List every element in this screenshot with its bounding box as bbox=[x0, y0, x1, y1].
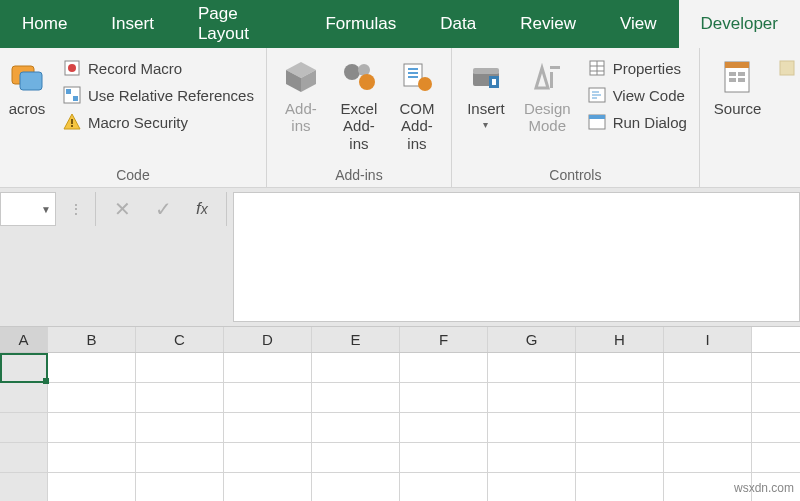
enter-formula-button[interactable]: ✓ bbox=[155, 197, 172, 221]
svg-point-15 bbox=[359, 74, 375, 90]
cell[interactable] bbox=[488, 473, 576, 501]
tab-data[interactable]: Data bbox=[418, 0, 498, 48]
cell[interactable] bbox=[0, 383, 48, 412]
run-dialog-button[interactable]: Run Dialog bbox=[583, 110, 691, 134]
excel-addins-button[interactable]: Excel Add-ins bbox=[333, 54, 385, 152]
cell[interactable] bbox=[664, 353, 752, 382]
svg-rect-25 bbox=[492, 79, 496, 85]
cell[interactable] bbox=[136, 443, 224, 472]
cell[interactable] bbox=[576, 443, 664, 472]
design-mode-button[interactable]: Design Mode bbox=[518, 54, 577, 135]
addins-button[interactable]: Add- ins bbox=[275, 54, 327, 135]
visual-basic-button[interactable]: acros bbox=[8, 54, 52, 117]
cell[interactable] bbox=[576, 413, 664, 442]
cell[interactable] bbox=[224, 473, 312, 501]
column-header-E[interactable]: E bbox=[312, 327, 400, 352]
cell[interactable] bbox=[576, 383, 664, 412]
macro-security-icon bbox=[62, 112, 82, 132]
cell[interactable] bbox=[664, 443, 752, 472]
column-header-I[interactable]: I bbox=[664, 327, 752, 352]
cell[interactable] bbox=[312, 353, 400, 382]
insert-function-button[interactable]: fx bbox=[196, 199, 208, 219]
column-header-G[interactable]: G bbox=[488, 327, 576, 352]
cell[interactable] bbox=[48, 413, 136, 442]
cell[interactable] bbox=[400, 413, 488, 442]
cell[interactable] bbox=[48, 443, 136, 472]
cell[interactable] bbox=[224, 353, 312, 382]
spreadsheet-grid: A B C D E F G H I bbox=[0, 327, 800, 501]
cell[interactable] bbox=[400, 443, 488, 472]
column-header-H[interactable]: H bbox=[576, 327, 664, 352]
tab-formulas[interactable]: Formulas bbox=[303, 0, 418, 48]
table-row bbox=[0, 353, 800, 383]
view-code-button[interactable]: View Code bbox=[583, 83, 691, 107]
tab-insert[interactable]: Insert bbox=[89, 0, 176, 48]
com-addins-button[interactable]: COM Add-ins bbox=[391, 54, 443, 152]
design-mode-label: Design Mode bbox=[524, 100, 571, 135]
relative-references-icon bbox=[62, 85, 82, 105]
use-relative-references-button[interactable]: Use Relative References bbox=[58, 83, 258, 107]
svg-rect-8 bbox=[71, 119, 73, 124]
tab-developer[interactable]: Developer bbox=[679, 0, 801, 48]
cell[interactable] bbox=[0, 413, 48, 442]
com-addins-label: COM Add-ins bbox=[397, 100, 437, 152]
macro-security-label: Macro Security bbox=[88, 114, 188, 131]
cell[interactable] bbox=[224, 413, 312, 442]
cell[interactable] bbox=[312, 413, 400, 442]
insert-control-button[interactable]: Insert ▾ bbox=[460, 54, 512, 131]
run-dialog-label: Run Dialog bbox=[613, 114, 687, 131]
tab-home[interactable]: Home bbox=[0, 0, 89, 48]
tab-view[interactable]: View bbox=[598, 0, 679, 48]
cell[interactable] bbox=[0, 473, 48, 501]
cell[interactable] bbox=[48, 383, 136, 412]
cell[interactable] bbox=[400, 473, 488, 501]
cell[interactable] bbox=[136, 413, 224, 442]
cell[interactable] bbox=[136, 383, 224, 412]
formula-buttons: ✕ ✓ fx bbox=[96, 192, 227, 226]
cell[interactable] bbox=[48, 473, 136, 501]
cell[interactable] bbox=[488, 413, 576, 442]
cell[interactable] bbox=[312, 443, 400, 472]
properties-button[interactable]: Properties bbox=[583, 56, 691, 80]
visual-basic-icon bbox=[8, 58, 46, 96]
excel-addins-icon bbox=[340, 58, 378, 96]
cell[interactable] bbox=[488, 383, 576, 412]
cell[interactable] bbox=[664, 413, 752, 442]
formula-input[interactable] bbox=[233, 192, 800, 322]
table-row bbox=[0, 383, 800, 413]
cell[interactable] bbox=[48, 353, 136, 382]
cell[interactable] bbox=[576, 353, 664, 382]
excel-addins-label: Excel Add-ins bbox=[339, 100, 379, 152]
cell[interactable] bbox=[224, 383, 312, 412]
source-button[interactable]: Source bbox=[708, 54, 768, 117]
record-macro-button[interactable]: Record Macro bbox=[58, 56, 258, 80]
tab-page-layout[interactable]: Page Layout bbox=[176, 0, 304, 48]
cell[interactable] bbox=[136, 353, 224, 382]
cell[interactable] bbox=[224, 443, 312, 472]
cell[interactable] bbox=[488, 353, 576, 382]
cell[interactable] bbox=[0, 353, 48, 382]
cell[interactable] bbox=[400, 353, 488, 382]
column-header-C[interactable]: C bbox=[136, 327, 224, 352]
cell[interactable] bbox=[0, 443, 48, 472]
column-header-F[interactable]: F bbox=[400, 327, 488, 352]
name-box[interactable]: ▼ bbox=[0, 192, 56, 226]
cell[interactable] bbox=[400, 383, 488, 412]
macro-security-button[interactable]: Macro Security bbox=[58, 110, 258, 134]
xml-partial-1[interactable] bbox=[773, 56, 800, 80]
formula-bar-row: ▼ ⋮ ✕ ✓ fx bbox=[0, 188, 800, 327]
view-code-label: View Code bbox=[613, 87, 685, 104]
cell[interactable] bbox=[576, 473, 664, 501]
column-header-D[interactable]: D bbox=[224, 327, 312, 352]
cell[interactable] bbox=[488, 443, 576, 472]
tab-review[interactable]: Review bbox=[498, 0, 598, 48]
cell[interactable] bbox=[664, 383, 752, 412]
cell[interactable] bbox=[312, 473, 400, 501]
column-header-B[interactable]: B bbox=[48, 327, 136, 352]
column-header-A[interactable]: A bbox=[0, 327, 48, 352]
cell[interactable] bbox=[136, 473, 224, 501]
svg-rect-6 bbox=[73, 96, 78, 101]
cell[interactable] bbox=[312, 383, 400, 412]
cancel-formula-button[interactable]: ✕ bbox=[114, 197, 131, 221]
svg-rect-1 bbox=[20, 72, 42, 90]
